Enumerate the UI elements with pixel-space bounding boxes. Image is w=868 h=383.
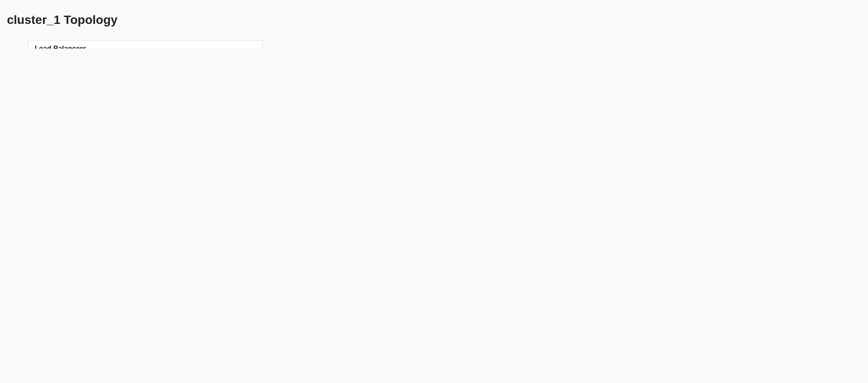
load-balancers-panel-1: Load Balancers 10.0.0.221:6032 (ProxySQL…	[28, 40, 263, 49]
panel-title-load-balancers: Load Balancers	[35, 45, 256, 49]
page-title: cluster_1 Topology	[7, 13, 864, 27]
